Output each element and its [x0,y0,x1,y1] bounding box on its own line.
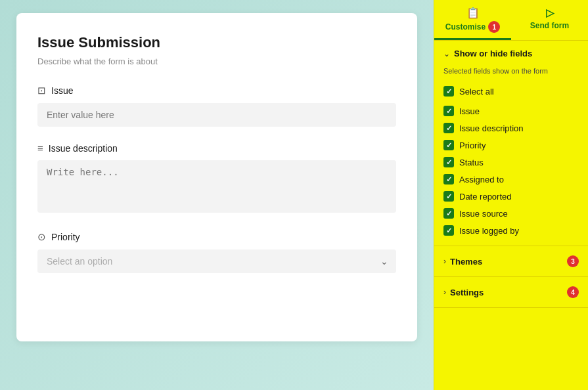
send-form-tab-icon: ▷ [546,7,554,19]
left-panel: Issue Submission Describe what the form … [0,0,434,390]
form-subtitle: Describe what the form is about [37,56,396,66]
field-checkbox-2[interactable]: ✓Priority [443,137,579,154]
issue-description-icon: ≡ [37,142,43,154]
issue-description-textarea[interactable] [37,160,396,213]
show-hide-section-header[interactable]: ⌄ Show or hide fields [434,41,588,66]
issue-field-icon: ⊡ [37,85,46,97]
show-hide-hint: Selected fields show on the form [443,66,579,76]
cb-label-1: Issue description [459,123,524,133]
select-all-checkmark: ✓ [446,87,452,96]
themes-section-title: Themes [450,257,563,267]
priority-select[interactable]: Select an option [37,249,396,273]
checkmark-0: ✓ [446,107,452,116]
cb-box-4: ✓ [443,174,454,184]
cb-box-5: ✓ [443,191,454,202]
issue-description-label: ≡ Issue description [37,142,396,154]
checkmark-4: ✓ [446,175,452,184]
cb-label-4: Assigned to [459,175,504,184]
form-card: Issue Submission Describe what the form … [16,13,417,341]
settings-section: › Settings 4 [434,277,588,308]
checkmark-3: ✓ [446,158,452,167]
themes-chevron-icon: › [443,257,446,266]
priority-field: ⊙ Priority Select an option ⌄ [37,231,396,273]
cb-label-5: Date reported [459,192,512,202]
cb-label-0: Issue [459,106,480,116]
cb-box-0: ✓ [443,106,454,116]
issue-field: ⊡ Issue [37,85,396,127]
field-checkbox-0[interactable]: ✓Issue [443,102,579,119]
right-panel: 📋 Customise 1 ▷ Send form ⌄ Show or hide… [434,0,588,390]
settings-chevron-icon: › [443,288,446,297]
cb-box-7: ✓ [443,225,454,236]
customise-tab-badge: 1 [488,21,500,33]
right-tabs: 📋 Customise 1 ▷ Send form [434,0,588,41]
issue-description-field: ≡ Issue description [37,142,396,215]
field-checkbox-1[interactable]: ✓Issue description [443,119,579,137]
show-hide-section-body: Selected fields show on the form ✓ Selec… [434,66,588,246]
field-checkboxes: ✓Issue✓Issue description✓Priority✓Status… [443,102,579,239]
select-all-label: Select all [459,87,494,97]
priority-label: ⊙ Priority [37,231,396,243]
tab-customise[interactable]: 📋 Customise 1 [434,0,511,40]
right-content: ⌄ Show or hide fields Selected fields sh… [434,41,588,390]
themes-section-header[interactable]: › Themes 3 [434,246,588,276]
customise-tab-label: Customise [445,22,486,32]
field-checkbox-7[interactable]: ✓Issue logged by [443,222,579,239]
priority-select-wrapper: Select an option ⌄ [37,249,396,273]
show-hide-section: ⌄ Show or hide fields Selected fields sh… [434,41,588,246]
field-checkbox-4[interactable]: ✓Assigned to [443,171,579,188]
issue-input[interactable] [37,103,396,127]
field-checkbox-6[interactable]: ✓Issue source [443,205,579,222]
customise-tab-icon: 📋 [466,7,480,19]
cb-box-6: ✓ [443,208,454,219]
select-all-checkbox[interactable]: ✓ Select all [443,83,579,100]
issue-field-label: ⊡ Issue [37,85,396,97]
checkmark-6: ✓ [446,209,452,218]
show-hide-chevron-icon: ⌄ [443,49,450,58]
priority-icon: ⊙ [37,231,46,243]
select-all-cb-box: ✓ [443,86,454,97]
checkmark-1: ✓ [446,124,452,133]
cb-box-3: ✓ [443,157,454,167]
cb-box-2: ✓ [443,140,454,150]
field-checkbox-5[interactable]: ✓Date reported [443,188,579,205]
settings-section-header[interactable]: › Settings 4 [434,277,588,307]
checkmark-2: ✓ [446,141,452,150]
checkmark-5: ✓ [446,192,452,201]
cb-box-1: ✓ [443,123,454,133]
tab-send-form[interactable]: ▷ Send form [511,0,588,40]
show-hide-section-title: Show or hide fields [454,49,532,58]
cb-label-2: Priority [459,141,486,150]
cb-label-3: Status [459,158,484,167]
themes-section: › Themes 3 [434,246,588,277]
checkmark-7: ✓ [446,227,452,235]
form-title: Issue Submission [37,34,396,51]
send-form-tab-label: Send form [530,21,569,30]
themes-badge: 3 [567,255,579,267]
cb-label-7: Issue logged by [459,226,519,236]
settings-section-title: Settings [450,288,563,297]
cb-label-6: Issue source [459,209,508,219]
settings-badge: 4 [567,286,579,298]
field-checkbox-3[interactable]: ✓Status [443,154,579,171]
